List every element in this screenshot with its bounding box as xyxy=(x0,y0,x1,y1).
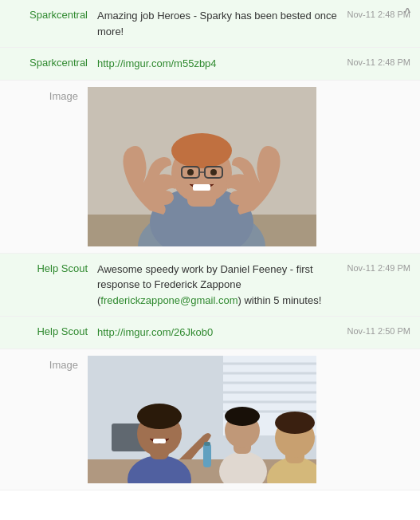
svg-rect-38 xyxy=(204,442,210,446)
sender-sparkcentral-1: Sparkcentral xyxy=(10,8,97,21)
image-row-1: Image xyxy=(0,81,420,254)
sender-helpscout-1: Help Scout xyxy=(10,262,97,274)
imgur-link-2[interactable]: http://imgur.com/26Jkob0 xyxy=(97,326,213,338)
timestamp-1: Nov-11 2:48 PM xyxy=(340,8,410,19)
message-row-2: Sparkcentral http://imgur.com/m55zbp4 No… xyxy=(0,48,420,81)
image-row-2: Image xyxy=(0,349,420,490)
message-row-3: Help Scout Awesome speedy work by Daniel… xyxy=(0,254,420,317)
image-svg-2 xyxy=(88,356,316,483)
message-row-1: Sparkcentral Amazing job Heroes - Sparky… xyxy=(0,0,420,48)
svg-point-11 xyxy=(210,169,217,175)
svg-point-27 xyxy=(137,404,182,429)
sender-helpscout-2: Help Scout xyxy=(10,325,97,337)
imgur-link-1[interactable]: http://imgur.com/m55zbp4 xyxy=(97,57,217,69)
image-container-2 xyxy=(88,349,420,490)
svg-rect-28 xyxy=(153,439,166,443)
svg-point-6 xyxy=(171,133,232,168)
svg-rect-12 xyxy=(193,184,210,191)
email-link-1[interactable]: frederickzappone@gmail.com xyxy=(100,294,237,306)
timestamp-3: Nov-11 2:49 PM xyxy=(340,262,410,273)
svg-point-32 xyxy=(225,407,260,426)
image-label-2: Image xyxy=(0,349,88,371)
svg-rect-37 xyxy=(203,443,211,467)
message-text-1: Amazing job Heroes - Sparky has been bes… xyxy=(97,8,340,39)
timestamp-4: Nov-11 2:50 PM xyxy=(340,325,410,336)
sender-sparkcentral-2: Sparkcentral xyxy=(10,56,97,69)
timestamp-2: Nov-11 2:48 PM xyxy=(340,56,410,67)
image-display-2 xyxy=(88,356,316,483)
svg-point-36 xyxy=(275,412,315,434)
collapse-icon-2[interactable]: ^ xyxy=(404,6,410,21)
image-label-1: Image xyxy=(0,81,88,102)
message-row-4: Help Scout http://imgur.com/26Jkob0 Nov-… xyxy=(0,317,420,349)
image-svg-1 xyxy=(88,87,316,246)
message-link-1[interactable]: http://imgur.com/m55zbp4 xyxy=(97,56,340,72)
svg-point-10 xyxy=(187,169,194,175)
image-container-1 xyxy=(88,81,420,253)
image-display-1 xyxy=(88,87,316,246)
message-text-3: Awesome speedy work by Daniel Feeney - f… xyxy=(97,262,340,309)
message-link-2[interactable]: http://imgur.com/26Jkob0 xyxy=(97,325,340,341)
